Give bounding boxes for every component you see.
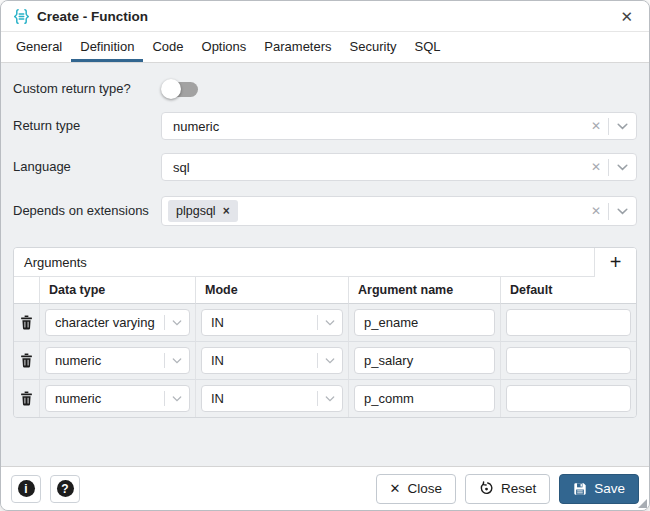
dialog-close-icon[interactable]: ✕ [616,7,637,26]
return-type-value: numeric [173,119,584,134]
argument-row-3: numeric IN [14,380,636,417]
return-type-select[interactable]: numeric ✕ [161,112,637,140]
dialog-help-button[interactable]: ? [50,475,80,503]
chevron-down-icon[interactable] [318,358,342,364]
custom-return-type-row: Custom return type? [13,75,637,103]
dialog-titlebar: Create - Function ✕ [1,1,649,32]
tab-definition[interactable]: Definition [71,32,143,62]
argument-name-input[interactable] [354,347,495,374]
default-value-input[interactable] [506,309,631,336]
clear-icon[interactable]: ✕ [584,161,608,173]
chevron-down-icon[interactable] [165,320,189,326]
chevron-down-icon[interactable] [609,208,636,215]
dialog-tabbar: General Definition Code Options Paramete… [1,32,649,63]
tab-options[interactable]: Options [193,32,256,62]
arguments-panel-title: Arguments [14,255,594,270]
default-value-input[interactable] [506,347,631,374]
language-select[interactable]: sql ✕ [161,153,637,181]
extension-chip-label: plpgsql [176,204,216,218]
data-type-value: numeric [55,391,164,406]
chevron-down-icon[interactable] [609,164,636,171]
language-row: Language sql ✕ [13,153,637,181]
close-x-icon: ✕ [390,482,401,495]
save-button-label: Save [594,481,625,496]
clear-icon[interactable]: ✕ [584,120,608,132]
depends-on-extensions-row: Depends on extensions plpgsql × ✕ [13,196,637,226]
dialog-footer: i ? ✕ Close Reset [1,466,649,510]
custom-return-type-label: Custom return type? [13,81,161,97]
data-type-select[interactable]: numeric [45,347,190,374]
mode-value: IN [211,315,317,330]
tab-general[interactable]: General [7,32,71,62]
clear-icon[interactable]: ✕ [584,205,608,217]
chip-remove-icon[interactable]: × [223,205,230,217]
arguments-panel-header: Arguments + [14,248,636,277]
close-button[interactable]: ✕ Close [376,474,456,504]
reset-icon [479,481,494,496]
delete-row-button[interactable] [20,315,33,330]
save-button[interactable]: Save [559,474,639,504]
tab-sql[interactable]: SQL [406,32,450,62]
reset-button-label: Reset [501,481,536,496]
chevron-down-icon[interactable] [318,320,342,326]
column-header-default: Default [501,277,636,304]
return-type-label: Return type [13,118,161,134]
chevron-down-icon[interactable] [609,123,636,130]
extension-chip: plpgsql × [168,200,238,222]
dialog-title: Create - Function [37,9,148,24]
depends-on-extensions-label: Depends on extensions [13,203,161,219]
close-button-label: Close [407,481,442,496]
mode-select[interactable]: IN [201,347,343,374]
help-icon: ? [57,480,74,497]
default-value-input[interactable] [506,385,631,412]
argument-row-1: character varying IN [14,304,636,342]
toggle-knob [161,79,181,99]
argument-row-2: numeric IN [14,342,636,380]
chevron-down-icon[interactable] [165,396,189,402]
reset-button[interactable]: Reset [465,474,550,504]
data-type-value: numeric [55,353,164,368]
return-type-row: Return type numeric ✕ [13,112,637,140]
arguments-table-header: Data type Mode Argument name Default [14,277,636,304]
column-header-mode: Mode [196,277,349,304]
delete-row-button[interactable] [20,353,33,368]
definition-tab-content: Custom return type? Return type numeric … [1,63,649,466]
argument-name-input[interactable] [354,385,495,412]
column-header-argument-name: Argument name [349,277,501,304]
mode-select[interactable]: IN [201,385,343,412]
create-function-dialog: Create - Function ✕ General Definition C… [0,0,650,511]
function-icon [13,8,30,25]
tab-security[interactable]: Security [341,32,406,62]
mode-value: IN [211,391,317,406]
column-header-data-type: Data type [40,277,196,304]
delete-row-button[interactable] [20,391,33,406]
data-type-value: character varying [55,315,164,330]
chevron-down-icon[interactable] [165,358,189,364]
tab-code[interactable]: Code [143,32,192,62]
custom-return-type-toggle[interactable] [161,79,201,99]
depends-on-extensions-select[interactable]: plpgsql × ✕ [161,196,637,226]
argument-name-input[interactable] [354,309,495,336]
data-type-select[interactable]: numeric [45,385,190,412]
data-type-select[interactable]: character varying [45,309,190,336]
mode-value: IN [211,353,317,368]
resize-handle[interactable] [638,499,647,508]
mode-select[interactable]: IN [201,309,343,336]
tab-parameters[interactable]: Parameters [255,32,340,62]
add-argument-button[interactable]: + [594,248,636,277]
language-label: Language [13,159,161,175]
arguments-panel: Arguments + Data type Mode Argument name… [13,247,637,418]
save-icon [573,482,587,496]
chevron-down-icon[interactable] [318,396,342,402]
sql-help-button[interactable]: i [11,475,41,503]
language-value: sql [173,160,584,175]
column-header-actions [14,277,40,304]
info-icon: i [18,480,35,497]
